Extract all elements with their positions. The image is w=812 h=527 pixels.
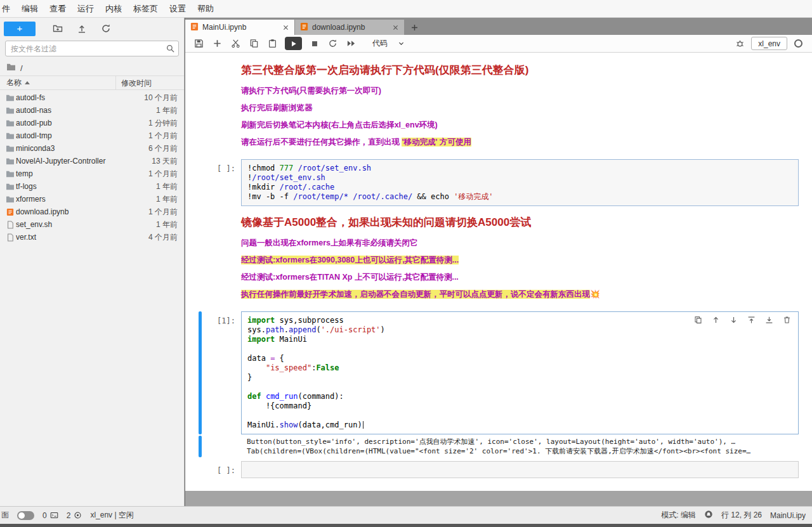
menu-item[interactable]: 查看 — [44, 0, 72, 17]
tab-mainui-ipynb[interactable]: MainUi.ipynb — [185, 20, 295, 35]
move-cell-down-icon[interactable] — [728, 315, 738, 325]
upload-icon[interactable] — [70, 22, 94, 36]
code-line: !/root/set_env.sh — [247, 173, 792, 183]
folder-icon — [4, 195, 16, 203]
simple-interface-toggle[interactable] — [17, 511, 34, 520]
close-tab-icon[interactable] — [392, 24, 399, 31]
code-line: !mv -b -f /root/temp/* /root/.cache/ && … — [247, 192, 792, 202]
tab-download-ipynb[interactable]: download.ipynb — [295, 20, 405, 35]
breadcrumb[interactable]: / — [0, 60, 184, 75]
markdown-line: 执行完后刷新浏览器 — [241, 103, 799, 114]
column-header-name[interactable]: 名称 — [0, 77, 115, 88]
file-row[interactable]: temp1 个月前 — [0, 167, 184, 180]
notebook-toolbar: 代码 xl_env — [185, 35, 812, 53]
code-editor-1[interactable]: !chmod 777 /root/set_env.sh!/root/set_en… — [241, 159, 799, 206]
move-cell-up-icon[interactable] — [710, 315, 721, 325]
code-line: "is_speed":False — [247, 363, 792, 373]
run-cell-button[interactable] — [285, 37, 302, 50]
close-tab-icon[interactable] — [282, 24, 289, 31]
code-cell-1[interactable]: [ ]: !chmod 777 /root/set_env.sh!/root/s… — [185, 159, 812, 206]
menu-item[interactable]: 件 — [0, 0, 16, 17]
kernel-status-text[interactable]: xl_env | 空闲 — [90, 510, 133, 521]
code-cell-3[interactable]: [ ]: — [185, 461, 812, 478]
code-editor-3[interactable] — [241, 461, 799, 478]
new-launcher-button[interactable]: + — [4, 22, 36, 36]
new-folder-icon[interactable] — [46, 22, 70, 36]
file-name: autodl-fs — [16, 93, 144, 102]
file-modified-time: 1 年前 — [156, 194, 178, 205]
status-bar: 面 0 2 xl_env | 空闲 模式: 编辑 行 12, 列 26 Main… — [0, 506, 812, 524]
menu-item[interactable]: 设置 — [164, 0, 192, 17]
copy-cell-icon[interactable] — [247, 37, 261, 51]
tab-bar: MainUi.ipynb download.ipynb — [185, 18, 812, 35]
file-row[interactable]: autodl-tmp1 个月前 — [0, 129, 184, 142]
file-name: tf-logs — [16, 182, 156, 191]
file-modified-time: 1 个月前 — [148, 169, 178, 179]
code-line: def cmd_run(command): — [247, 392, 792, 401]
insert-cell-above-icon[interactable] — [746, 315, 756, 325]
file-browser-toolbar: + — [0, 18, 184, 39]
stop-kernel-icon[interactable] — [307, 37, 322, 51]
file-row[interactable]: autodl-fs10 个月前 — [0, 91, 184, 104]
refresh-icon[interactable] — [94, 22, 118, 36]
file-row[interactable]: autodl-nas1 年前 — [0, 104, 184, 117]
code-line: !mkdir /root/.cache — [247, 183, 792, 192]
cut-cell-icon[interactable] — [228, 37, 243, 51]
cell-output: Button(button_style='info', description=… — [241, 436, 799, 457]
file-row[interactable]: miniconda36 个月前 — [0, 142, 184, 155]
search-input[interactable] — [5, 41, 179, 56]
file-row[interactable]: set_env.sh1 年前 — [0, 218, 184, 231]
restart-run-all-icon[interactable] — [344, 37, 358, 51]
markdown-line: 请执行下方代码(只需要执行第一次即可) — [241, 86, 799, 96]
menu-item[interactable]: 编辑 — [16, 0, 44, 17]
file-name: xformers — [16, 195, 156, 204]
kernel-status-icon[interactable] — [794, 39, 802, 48]
markdown-cell-2[interactable]: 镜像基于A5000整合，如果出现未知的问题请切换A5000尝试 问题一般出现在x… — [185, 211, 812, 306]
column-header-modified[interactable]: 修改时间 — [115, 76, 184, 90]
duplicate-cell-icon[interactable] — [693, 315, 703, 325]
file-name: miniconda3 — [16, 144, 148, 153]
code-editor-2[interactable]: import sys,subprocesssys.path.append('./… — [241, 311, 799, 434]
folder-icon — [4, 94, 16, 101]
code-cell-2-output[interactable]: Button(button_style='info', description=… — [185, 436, 812, 457]
menu-item[interactable]: 标签页 — [128, 0, 164, 17]
file-row[interactable]: tf-logs1 年前 — [0, 180, 184, 193]
kernels-count[interactable]: 2 — [67, 511, 82, 520]
code-cell-2[interactable]: [1]: — [185, 311, 812, 434]
markdown-line: 刷新完后切换笔记本内核(右上角点击后选择xl_env环境) — [241, 120, 799, 131]
kernel-name-button[interactable]: xl_env — [751, 37, 787, 50]
terminals-count[interactable]: 0 — [43, 511, 58, 520]
file-name: NovelAI-Jupyter-Controller — [16, 157, 152, 166]
cursor-position[interactable]: 行 12, 列 26 — [721, 510, 762, 521]
folder-icon — [4, 145, 16, 152]
cell-type-value: 代码 — [372, 38, 388, 49]
new-tab-button[interactable] — [405, 20, 424, 35]
add-cell-icon[interactable] — [210, 37, 225, 51]
cell-type-dropdown[interactable]: 代码 — [367, 37, 410, 50]
file-modified-time: 1 分钟前 — [148, 118, 178, 129]
menu-item[interactable]: 内核 — [100, 0, 128, 17]
save-icon[interactable] — [192, 37, 206, 51]
debugger-icon[interactable] — [733, 37, 747, 51]
notebook-document: 第三代整合版第一次启动请执行下方代码(仅限第三代整合版) 请执行下方代码(只需要… — [185, 53, 812, 491]
notebook-scroll-area[interactable]: 第三代整合版第一次启动请执行下方代码(仅限第三代整合版) 请执行下方代码(只需要… — [185, 53, 812, 506]
restart-kernel-icon[interactable] — [325, 37, 340, 51]
file-row[interactable]: autodl-pub1 分钟前 — [0, 117, 184, 129]
menu-item[interactable]: 运行 — [72, 0, 100, 17]
paste-cell-icon[interactable] — [265, 37, 280, 51]
code-line: import MainUi — [247, 335, 792, 344]
file-name: temp — [16, 169, 148, 178]
menu-item[interactable]: 帮助 — [192, 0, 219, 17]
notebook-icon — [300, 22, 308, 33]
file-row[interactable]: download.ipynb1 个月前 — [0, 205, 184, 218]
notifications-icon[interactable] — [704, 510, 713, 521]
breadcrumb-root[interactable]: / — [20, 63, 23, 73]
file-row[interactable]: ver.txt4 个月前 — [0, 231, 184, 244]
file-browser-panel: + / 名称 修改时间 — [0, 18, 185, 506]
delete-cell-icon[interactable] — [782, 315, 792, 325]
file-row[interactable]: xformers1 年前 — [0, 193, 184, 205]
markdown-cell-1[interactable]: 第三代整合版第一次启动请执行下方代码(仅限第三代整合版) 请执行下方代码(只需要… — [185, 59, 812, 154]
file-row[interactable]: NovelAI-Jupyter-Controller13 天前 — [0, 155, 184, 167]
jupyterlab-app: 件编辑查看运行内核标签页设置帮助 + / — [0, 0, 812, 527]
insert-cell-below-icon[interactable] — [764, 315, 774, 325]
